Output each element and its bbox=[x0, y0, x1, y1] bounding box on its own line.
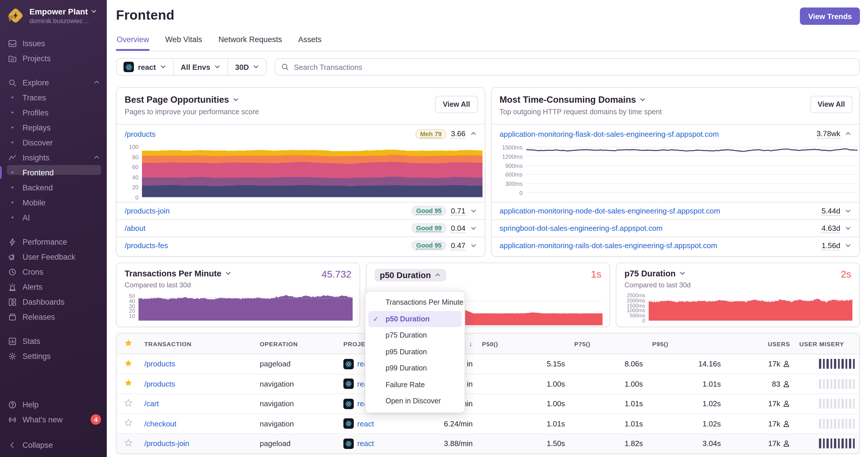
sidebar-item-issues[interactable]: Issues bbox=[0, 36, 107, 51]
sidebar-item-help[interactable]: Help bbox=[0, 397, 107, 412]
sidebar-item-mobile[interactable]: •Mobile bbox=[0, 195, 107, 210]
tpm-metric-dropdown-trigger[interactable]: Transactions Per Minute bbox=[125, 269, 351, 278]
y-axis-tick: 100 bbox=[125, 144, 138, 150]
domains-title-dropdown[interactable]: Most Time-Consuming Domains bbox=[499, 95, 851, 105]
tab-network-requests[interactable]: Network Requests bbox=[218, 35, 283, 51]
column-header-p75[interactable]: P75() bbox=[569, 340, 648, 347]
p75-subtitle: Compared to last 30d bbox=[624, 281, 851, 289]
domain-chart bbox=[526, 143, 857, 202]
project-filter[interactable]: react bbox=[117, 59, 173, 75]
transaction-link[interactable]: /checkout bbox=[144, 420, 176, 428]
chevron-up-icon[interactable] bbox=[845, 129, 851, 139]
star-toggle[interactable] bbox=[117, 359, 140, 369]
star-toggle[interactable] bbox=[117, 399, 140, 409]
domain-time-value[interactable]: 4.63d bbox=[822, 224, 840, 233]
menu-item-p75-duration[interactable]: p75 Duration bbox=[368, 327, 462, 344]
star-toggle[interactable] bbox=[117, 419, 140, 429]
react-project-icon bbox=[343, 359, 354, 369]
score-chart bbox=[142, 143, 483, 202]
menu-item-open-in-discover[interactable]: Open in Discover bbox=[368, 393, 462, 410]
column-header-p95[interactable]: P95() bbox=[648, 340, 725, 347]
sidebar-item-profiles[interactable]: •Profiles bbox=[0, 105, 107, 120]
sidebar-item-dashboards[interactable]: Dashboards bbox=[0, 294, 107, 309]
transaction-link[interactable]: /products bbox=[144, 360, 175, 368]
sort-desc-icon[interactable]: ↓ bbox=[469, 339, 473, 348]
sidebar-item-crons[interactable]: Crons bbox=[0, 264, 107, 279]
sidebar-item-releases[interactable]: Releases bbox=[0, 309, 107, 324]
transaction-link[interactable]: /cart bbox=[144, 400, 159, 408]
star-toggle[interactable] bbox=[117, 438, 140, 449]
p95-cell: 1.02s bbox=[648, 420, 725, 428]
domain-link[interactable]: application-monitoring-node-dot-sales-en… bbox=[499, 206, 720, 215]
column-header-usermisery[interactable]: USER MISERY bbox=[795, 340, 859, 347]
domain-time-value[interactable]: 1.56d bbox=[822, 241, 840, 250]
page-link[interactable]: /about bbox=[125, 224, 146, 232]
transaction-link[interactable]: /products bbox=[144, 380, 175, 388]
domain-link[interactable]: application-monitoring-rails-dot-sales-e… bbox=[499, 241, 717, 250]
sidebar-item-settings[interactable]: Settings bbox=[0, 349, 107, 363]
opportunity-score[interactable]: 0.04 bbox=[451, 224, 465, 233]
star-toggle[interactable] bbox=[117, 379, 140, 389]
opportunities-title-dropdown[interactable]: Best Page Opportunities bbox=[125, 95, 476, 105]
project-link[interactable]: react bbox=[357, 420, 374, 428]
chevron-down-icon[interactable] bbox=[470, 223, 476, 233]
chevron-down-icon[interactable] bbox=[845, 223, 851, 233]
transaction-link[interactable]: /products-join bbox=[144, 439, 189, 448]
sidebar-item-collapse[interactable]: Collapse bbox=[0, 437, 107, 452]
domain-link[interactable]: springboot-dot-sales-engineering-sf.apps… bbox=[499, 224, 662, 232]
domains-view-all-button[interactable]: View All bbox=[810, 96, 853, 113]
sidebar-item-stats[interactable]: Stats bbox=[0, 333, 107, 349]
p75-metric-dropdown-trigger[interactable]: p75 Duration bbox=[624, 269, 851, 278]
menu-item-failure-rate[interactable]: Failure Rate bbox=[368, 377, 462, 393]
project-link[interactable]: react bbox=[357, 439, 374, 448]
environment-filter[interactable]: All Envs bbox=[173, 59, 228, 75]
star-column-header[interactable] bbox=[117, 339, 140, 349]
sidebar-item-traces[interactable]: •Traces bbox=[0, 90, 107, 105]
tab-web-vitals[interactable]: Web Vitals bbox=[165, 35, 203, 51]
org-switcher[interactable]: Empower Plant dominik.buszowiec… bbox=[0, 0, 107, 30]
column-header-users[interactable]: USERS bbox=[725, 340, 795, 347]
search-input[interactable] bbox=[294, 63, 854, 71]
sidebar-item-alerts[interactable]: Alerts bbox=[0, 279, 107, 294]
sidebar-item-discover[interactable]: •Discover bbox=[0, 135, 107, 150]
sidebar-item-insights[interactable]: Insights bbox=[0, 150, 107, 165]
page-link[interactable]: /products bbox=[125, 130, 156, 138]
check-icon: ✓ bbox=[373, 315, 379, 323]
sidebar-item-performance[interactable]: Performance bbox=[0, 234, 107, 249]
sidebar-item-user-feedback[interactable]: User Feedback bbox=[0, 249, 107, 264]
tab-overview[interactable]: Overview bbox=[116, 35, 150, 51]
sidebar-item-projects[interactable]: Projects bbox=[0, 51, 107, 66]
chevron-down-icon[interactable] bbox=[845, 206, 851, 216]
sidebar-item-backend[interactable]: •Backend bbox=[0, 180, 107, 195]
opportunity-score[interactable]: 3.66 bbox=[451, 129, 465, 138]
chevron-down-icon[interactable] bbox=[470, 206, 476, 216]
menu-item-p99-duration[interactable]: p99 Duration bbox=[368, 360, 462, 377]
opportunity-score[interactable]: 0.47 bbox=[451, 241, 465, 250]
tab-assets[interactable]: Assets bbox=[298, 35, 322, 51]
opportunities-view-all-button[interactable]: View All bbox=[435, 96, 478, 113]
column-header-operation[interactable]: OPERATION bbox=[255, 340, 339, 347]
date-range-filter[interactable]: 30D bbox=[228, 59, 266, 75]
sidebar-item-explore[interactable]: Explore bbox=[0, 75, 107, 90]
chevron-down-icon[interactable] bbox=[470, 240, 476, 251]
page-link[interactable]: /products-join bbox=[125, 206, 170, 215]
sidebar-item-what-s-new[interactable]: What's new4 bbox=[0, 412, 107, 427]
sidebar-item-replays[interactable]: •Replays bbox=[0, 120, 107, 135]
column-header-transaction[interactable]: TRANSACTION bbox=[140, 340, 255, 347]
sidebar-item-frontend[interactable]: •Frontend bbox=[0, 165, 107, 180]
menu-item-p95-duration[interactable]: p95 Duration bbox=[368, 344, 462, 360]
sidebar-item-ai[interactable]: •AI bbox=[0, 210, 107, 225]
menu-item-transactions-per-minute[interactable]: Transactions Per Minute bbox=[368, 294, 462, 311]
domain-time-value[interactable]: 3.78wk bbox=[817, 129, 840, 138]
chevron-up-icon[interactable] bbox=[470, 129, 476, 139]
page-link[interactable]: /products-fes bbox=[125, 241, 168, 250]
domain-link[interactable]: application-monitoring-flask-dot-sales-e… bbox=[499, 130, 719, 138]
column-header-p50[interactable]: P50() bbox=[477, 340, 569, 347]
chevron-down-icon[interactable] bbox=[845, 240, 851, 251]
menu-item-p50-duration[interactable]: ✓p50 Duration bbox=[368, 311, 462, 327]
domain-time-value[interactable]: 5.44d bbox=[822, 206, 840, 216]
view-trends-button[interactable]: View Trends bbox=[800, 7, 860, 25]
p75-cell: 1.82s bbox=[569, 439, 648, 448]
opportunity-score[interactable]: 0.71 bbox=[451, 206, 465, 216]
p50-metric-dropdown-trigger[interactable]: p50 Duration bbox=[375, 269, 446, 282]
